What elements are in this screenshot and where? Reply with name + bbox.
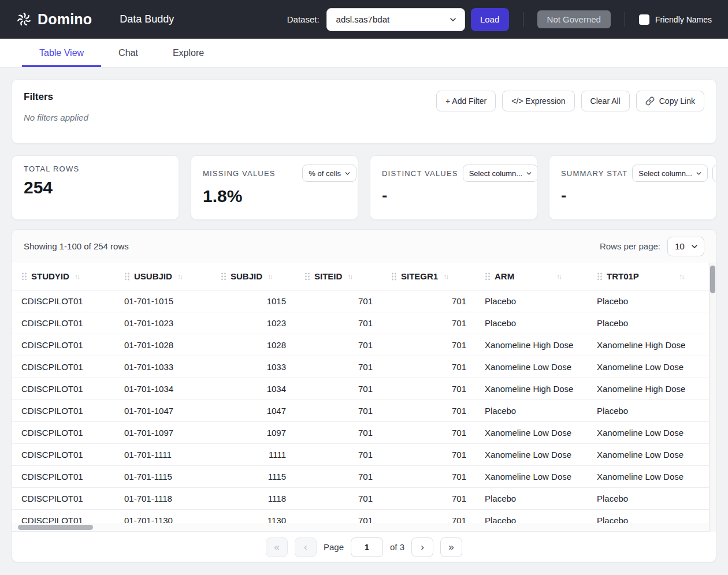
drag-handle-icon[interactable] bbox=[597, 272, 603, 281]
column-label: STUDYID bbox=[31, 271, 69, 281]
sort-icon[interactable]: ↑↓ bbox=[75, 272, 79, 281]
last-page-button[interactable]: » bbox=[440, 537, 462, 557]
summary-stat-function-select[interactable]: Mean bbox=[712, 165, 716, 182]
distinct-values-column-select[interactable]: Select column... bbox=[463, 165, 537, 182]
expression-button[interactable]: </> Expression bbox=[502, 91, 574, 111]
cell-arm: Xanomeline Low Dose bbox=[476, 444, 588, 465]
dataset-label: Dataset: bbox=[287, 14, 320, 24]
summary-stat-card: SUMMARY STAT Select column... Mean - bbox=[549, 155, 716, 220]
cell-arm: Placebo bbox=[476, 510, 588, 523]
column-header-usubjid[interactable]: USUBJID↑↓ bbox=[115, 263, 211, 290]
column-header-siteid[interactable]: SITEID↑↓ bbox=[295, 263, 382, 290]
cell-trt01p: Placebo bbox=[588, 312, 710, 334]
sort-icon[interactable]: ↑↓ bbox=[556, 272, 561, 281]
sort-icon[interactable]: ↑↓ bbox=[268, 272, 272, 281]
sort-icon[interactable]: ↑↓ bbox=[347, 272, 352, 281]
copy-link-button[interactable]: Copy Link bbox=[636, 91, 704, 111]
drag-handle-icon[interactable] bbox=[21, 272, 27, 281]
first-page-button[interactable]: « bbox=[266, 537, 288, 557]
page-title: Data Buddy bbox=[120, 13, 174, 25]
page-number-input[interactable] bbox=[351, 537, 383, 557]
total-rows-label: TOTAL ROWS bbox=[24, 165, 79, 173]
cell-sitegr1: 701 bbox=[382, 510, 476, 523]
page-total-label: of 3 bbox=[390, 542, 404, 552]
drag-handle-icon[interactable] bbox=[304, 272, 310, 281]
column-header-studyid[interactable]: STUDYID↑↓ bbox=[12, 263, 115, 290]
cell-subjid: 1130 bbox=[211, 510, 295, 523]
drag-handle-icon[interactable] bbox=[221, 272, 226, 281]
column-label: SUBJID bbox=[231, 271, 262, 281]
table-row: CDISCPILOT0101-701-11151115701701Xanomel… bbox=[12, 466, 710, 488]
horizontal-scrollbar bbox=[12, 523, 710, 532]
cell-sitegr1: 701 bbox=[382, 466, 476, 487]
chevron-down-icon bbox=[525, 170, 533, 177]
cell-sitegr1: 701 bbox=[382, 488, 476, 509]
column-header-sitegr1[interactable]: SITEGR1↑↓ bbox=[382, 263, 476, 290]
cell-subjid: 1047 bbox=[211, 400, 295, 421]
column-label: SITEGR1 bbox=[401, 271, 438, 281]
next-page-button[interactable]: › bbox=[411, 537, 433, 557]
dataset-select-value: adsl.sas7bdat bbox=[336, 14, 444, 24]
cell-arm: Xanomeline Low Dose bbox=[476, 356, 588, 378]
page-label: Page bbox=[324, 542, 344, 552]
cell-usubjid: 01-701-1130 bbox=[115, 510, 211, 523]
cell-trt01p: Placebo bbox=[588, 400, 710, 421]
cell-usubjid: 01-701-1028 bbox=[115, 334, 211, 356]
summary-stat-column-select[interactable]: Select column... bbox=[632, 165, 708, 182]
column-header-trt01p[interactable]: TRT01P↑↓ bbox=[588, 263, 710, 290]
cell-arm: Placebo bbox=[476, 488, 588, 509]
cell-studyid: CDISCPILOT01 bbox=[12, 488, 115, 509]
total-rows-card: TOTAL ROWS 254 bbox=[12, 155, 179, 220]
cell-siteid: 701 bbox=[295, 400, 382, 421]
stats-row: TOTAL ROWS 254 MISSING VALUES % of cells… bbox=[12, 155, 716, 220]
sort-icon[interactable]: ↑↓ bbox=[177, 272, 182, 281]
cell-sitegr1: 701 bbox=[382, 312, 476, 334]
cell-siteid: 701 bbox=[295, 334, 382, 356]
cell-subjid: 1115 bbox=[211, 466, 295, 487]
cell-studyid: CDISCPILOT01 bbox=[12, 356, 115, 378]
cell-arm: Xanomeline Low Dose bbox=[476, 422, 588, 443]
data-table-panel: Showing 1-100 of 254 rows Rows per page:… bbox=[12, 229, 716, 562]
cell-trt01p: Placebo bbox=[588, 510, 710, 523]
cell-usubjid: 01-701-1015 bbox=[115, 290, 211, 312]
column-header-arm[interactable]: ARM↑↓ bbox=[476, 263, 588, 290]
previous-page-button[interactable]: ‹ bbox=[295, 537, 317, 557]
table-header-row: STUDYID↑↓USUBJID↑↓SUBJID↑↓SITEID↑↓SITEGR… bbox=[12, 263, 710, 290]
vertical-scrollbar-thumb[interactable] bbox=[710, 266, 715, 293]
vertical-scrollbar bbox=[709, 263, 716, 532]
drag-handle-icon[interactable] bbox=[124, 272, 130, 281]
chevron-down-icon bbox=[448, 15, 458, 24]
missing-values-value: 1.8% bbox=[203, 186, 346, 206]
cell-trt01p: Xanomeline High Dose bbox=[588, 378, 710, 399]
cell-sitegr1: 701 bbox=[382, 290, 476, 312]
top-bar: Domino Data Buddy Dataset: adsl.sas7bdat… bbox=[0, 0, 728, 39]
missing-values-unit-select[interactable]: % of cells bbox=[302, 165, 356, 182]
cell-arm: Placebo bbox=[476, 312, 588, 334]
sort-icon[interactable]: ↑↓ bbox=[443, 272, 448, 281]
cell-siteid: 701 bbox=[295, 356, 382, 378]
table-row: CDISCPILOT0101-701-10281028701701Xanomel… bbox=[12, 334, 710, 356]
cell-studyid: CDISCPILOT01 bbox=[12, 290, 115, 312]
tab-chat[interactable]: Chat bbox=[101, 39, 155, 67]
tab-explore[interactable]: Explore bbox=[155, 39, 221, 67]
domino-logo-icon bbox=[16, 12, 32, 27]
load-button[interactable]: Load bbox=[471, 8, 509, 31]
sort-icon[interactable]: ↑↓ bbox=[679, 272, 684, 281]
summary-stat-label: SUMMARY STAT bbox=[561, 169, 627, 178]
cell-studyid: CDISCPILOT01 bbox=[12, 400, 115, 421]
table-row: CDISCPILOT0101-701-11181118701701Placebo… bbox=[12, 488, 710, 510]
friendly-names-checkbox[interactable] bbox=[639, 14, 649, 25]
add-filter-button[interactable]: + Add Filter bbox=[436, 91, 496, 111]
drag-handle-icon[interactable] bbox=[485, 272, 491, 281]
column-header-subjid[interactable]: SUBJID↑↓ bbox=[211, 263, 295, 290]
brand: Domino bbox=[16, 11, 92, 28]
cell-siteid: 701 bbox=[295, 290, 382, 312]
table-body: CDISCPILOT0101-701-10151015701701Placebo… bbox=[12, 290, 710, 523]
rows-per-page-select[interactable]: 100 bbox=[667, 237, 704, 256]
horizontal-scrollbar-thumb[interactable] bbox=[18, 525, 93, 530]
dataset-select[interactable]: adsl.sas7bdat bbox=[326, 8, 465, 31]
tab-table-view[interactable]: Table View bbox=[22, 39, 101, 67]
clear-all-button[interactable]: Clear All bbox=[581, 91, 630, 111]
drag-handle-icon[interactable] bbox=[391, 272, 397, 281]
table-row: CDISCPILOT0101-701-11301130701701Placebo… bbox=[12, 510, 710, 523]
